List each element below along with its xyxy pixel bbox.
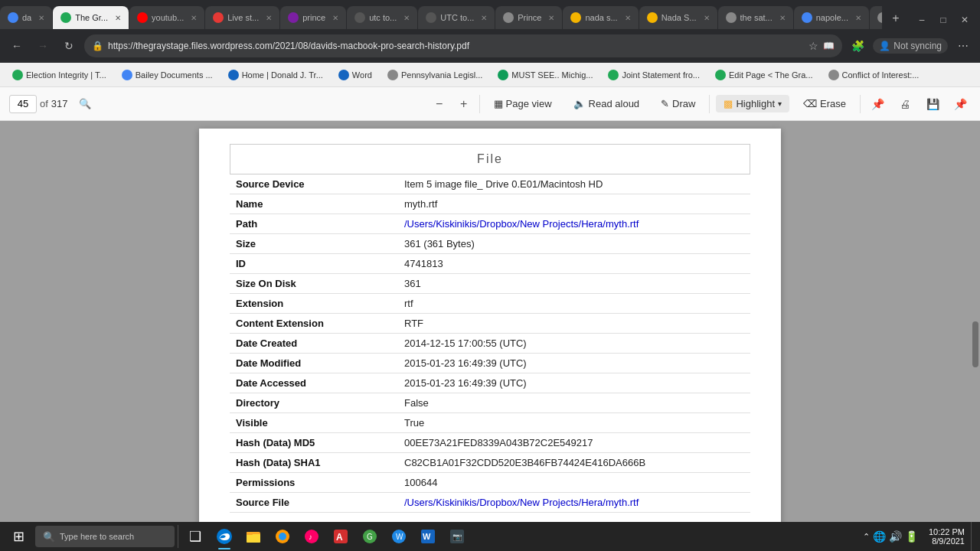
browser-tab-t8[interactable]: Prince ✕ — [495, 6, 562, 29]
page-view-button[interactable]: ▦ Page view — [486, 95, 560, 112]
battery-icon[interactable]: 🔋 — [905, 530, 918, 543]
erase-button[interactable]: ⌫ Erase — [795, 95, 854, 112]
taskbar-app6-icon[interactable]: G — [356, 522, 384, 551]
profile-button[interactable]: 👤 Not syncing — [873, 38, 948, 54]
row-value: 361 — [398, 274, 750, 294]
browser-tab-t12[interactable]: napole... ✕ — [794, 6, 869, 29]
row-value: C82CB1A01F32CDD520E3B46FB74424E416DA666B — [398, 453, 750, 473]
tab-close-button[interactable]: ✕ — [704, 14, 710, 22]
taskview-button[interactable]: ❑ — [181, 522, 209, 551]
new-tab-button[interactable]: + — [885, 8, 906, 29]
row-label: Size On Disk — [230, 274, 398, 294]
bookmark-item[interactable]: Conflict of Interest:... — [822, 68, 926, 82]
tab-close-button[interactable]: ✕ — [403, 14, 410, 22]
browser-tab-t1[interactable]: da ✕ — [0, 6, 52, 29]
taskbar-app7-icon[interactable]: W — [385, 522, 413, 551]
taskbar-search-box[interactable]: 🔍 — [35, 526, 175, 547]
bookmark-item[interactable]: Home | Donald J. Tr... — [222, 68, 329, 82]
browser-tab-t9[interactable]: nada s... ✕ — [563, 6, 638, 29]
row-value: myth.rtf — [398, 194, 750, 214]
address-bar[interactable]: 🔒 https://thegraystage.files.wordpress.c… — [84, 34, 842, 57]
reload-button[interactable]: ↻ — [58, 35, 80, 57]
bookmark-item[interactable]: Word — [332, 68, 378, 82]
tab-close-button[interactable]: ✕ — [855, 14, 861, 22]
taskbar-word-icon[interactable]: W — [414, 522, 442, 551]
draw-button[interactable]: ✎ Draw — [653, 95, 703, 112]
tab-close-button[interactable]: ✕ — [481, 14, 487, 22]
taskbar-file-explorer-icon[interactable] — [240, 522, 267, 551]
search-pdf-button[interactable]: 🔍 — [74, 93, 96, 115]
tab-label: UTC to... — [440, 13, 474, 22]
settings-button[interactable]: ⋯ — [952, 35, 974, 57]
bookmark-label: Conflict of Interest:... — [842, 70, 920, 80]
speaker-icon[interactable]: 🔊 — [889, 530, 902, 543]
taskbar-itunes-icon[interactable]: ♪ — [298, 522, 325, 551]
taskbar-edge-icon[interactable] — [211, 522, 238, 551]
tab-label: utc to... — [369, 13, 397, 22]
tab-label: the sat... — [740, 13, 773, 22]
zoom-out-button[interactable]: − — [430, 95, 449, 113]
print-button[interactable]: 🖨 — [894, 93, 916, 115]
bookmark-item[interactable]: Edit Page < The Gra... — [709, 68, 819, 82]
browser-tab-t5[interactable]: prince ✕ — [280, 6, 346, 29]
page-number-input[interactable] — [9, 95, 37, 113]
tab-close-button[interactable]: ✕ — [625, 14, 631, 22]
bookmark-label: Pennsylvania Legisl... — [401, 70, 482, 80]
browser-tab-t3[interactable]: youtub... ✕ — [129, 6, 204, 29]
tab-close-button[interactable]: ✕ — [332, 14, 338, 22]
taskbar-search-input[interactable] — [60, 532, 167, 541]
browser-tab-t13[interactable]: 404 - F... ✕ — [870, 6, 882, 29]
tab-favicon — [213, 12, 224, 23]
maximize-button[interactable]: □ — [934, 11, 952, 29]
tab-close-button[interactable]: ✕ — [191, 14, 197, 22]
lock-icon: 🔒 — [92, 41, 103, 51]
table-row: Date Modified2015-01-23 16:49:39 (UTC) — [230, 354, 750, 373]
back-button[interactable]: ← — [6, 35, 28, 57]
bookmark-item[interactable]: Election Integrity | T... — [6, 68, 113, 82]
add-note-button[interactable]: 📌 — [867, 93, 888, 115]
profile-label: Not syncing — [893, 41, 942, 51]
tab-close-button[interactable]: ✕ — [548, 14, 554, 22]
taskbar-acrobat-icon[interactable]: A — [327, 522, 354, 551]
browser-tab-t6[interactable]: utc to... ✕ — [347, 6, 417, 29]
extensions-button[interactable]: 🧩 — [847, 35, 868, 57]
browser-tab-t7[interactable]: UTC to... ✕ — [418, 6, 495, 29]
zoom-in-button[interactable]: + — [455, 95, 473, 113]
star-icon[interactable]: ☆ — [808, 40, 818, 52]
network-icon[interactable]: 🌐 — [873, 530, 886, 543]
browser-tab-t4[interactable]: Live st... ✕ — [205, 6, 279, 29]
taskbar-app9-icon[interactable]: 📷 — [443, 522, 471, 551]
scrollbar[interactable] — [972, 321, 978, 367]
read-icon[interactable]: 📖 — [823, 41, 835, 51]
close-button[interactable]: ✕ — [956, 11, 974, 29]
svg-text:G: G — [367, 533, 373, 541]
bookmark-item[interactable]: Bailey Documents ... — [116, 68, 219, 82]
browser-tab-t11[interactable]: the sat... ✕ — [718, 6, 793, 29]
forward-button[interactable]: → — [32, 35, 54, 57]
start-button[interactable]: ⊞ — [3, 522, 34, 551]
bookmark-item[interactable]: Joint Statement fro... — [602, 68, 706, 82]
tab-close-button[interactable]: ✕ — [38, 14, 44, 22]
bookmark-favicon — [498, 70, 508, 80]
bookmark-favicon — [828, 70, 839, 80]
show-desktop-button[interactable] — [971, 522, 977, 551]
taskbar-clock[interactable]: 10:22 PM 8/9/2021 — [924, 527, 969, 546]
taskbar-firefox-icon[interactable] — [269, 522, 296, 551]
browser-tab-t10[interactable]: Nada S... ✕ — [639, 6, 717, 29]
file-info-table: Source DeviceItem 5 image file_ Drive 0.… — [230, 174, 750, 513]
read-aloud-button[interactable]: 🔈 Read aloud — [566, 95, 648, 112]
bookmark-item[interactable]: MUST SEE.. Michig... — [492, 68, 599, 82]
bookmark-item[interactable]: Pennsylvania Legisl... — [381, 68, 488, 82]
chevron-icon[interactable]: ⌃ — [863, 532, 870, 542]
minimize-button[interactable]: – — [913, 11, 931, 29]
tab-close-button[interactable]: ✕ — [779, 14, 786, 22]
highlight-button[interactable]: ▩ Highlight ▾ — [716, 95, 789, 112]
row-label: Extension — [230, 294, 398, 314]
bookmarks-bar: Election Integrity | T... Bailey Documen… — [0, 63, 980, 87]
tab-close-button[interactable]: ✕ — [266, 14, 272, 22]
tab-close-button[interactable]: ✕ — [115, 14, 121, 22]
pin-button[interactable]: 📌 — [949, 93, 971, 115]
browser-tab-t2[interactable]: The Gr... ✕ — [53, 6, 129, 29]
pdf-page: File Source DeviceItem 5 image file_ Dri… — [199, 129, 781, 522]
save-button[interactable]: 💾 — [922, 93, 943, 115]
